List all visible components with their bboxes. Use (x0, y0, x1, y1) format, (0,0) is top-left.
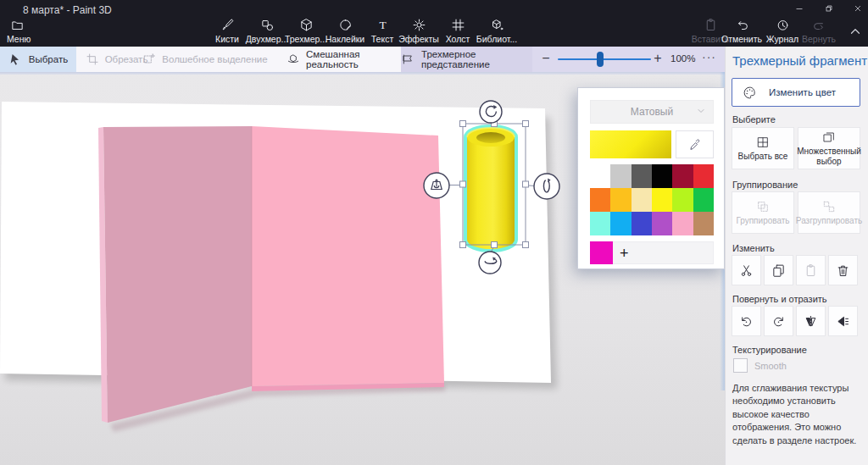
custom-swatch[interactable] (590, 241, 613, 264)
palette-icon (743, 86, 757, 100)
tool-label: Холст (446, 34, 470, 44)
3d-cube-icon (299, 18, 314, 32)
mixed-reality-button[interactable]: Смешанная реальность (287, 47, 401, 72)
menu-label: Меню (7, 34, 31, 44)
tool-label: Отменить (721, 34, 762, 44)
viewport-top-border (0, 72, 725, 75)
color-swatch[interactable] (672, 188, 693, 212)
resize-handle[interactable] (460, 242, 466, 248)
more-options-button[interactable]: ··· (702, 50, 716, 64)
sun-effects-icon (412, 18, 426, 32)
color-swatch[interactable] (693, 188, 714, 212)
tool-library[interactable]: Библиот... (471, 18, 522, 44)
delete-button[interactable] (828, 255, 858, 285)
multi-select-label: Множественный выбор (797, 147, 861, 166)
zoom-in-button[interactable]: + (649, 50, 666, 67)
color-swatch[interactable] (590, 188, 610, 212)
library-icon (490, 18, 504, 32)
multi-select-icon (822, 130, 836, 144)
section-select: Выберите (732, 114, 776, 125)
canvas-frame-icon (451, 18, 465, 32)
color-swatch[interactable] (590, 212, 610, 235)
resize-handle[interactable] (460, 121, 466, 127)
zoom-slider-handle[interactable] (597, 52, 604, 67)
select-all-button[interactable]: Выбрать все (732, 127, 794, 169)
color-swatch[interactable] (693, 212, 714, 235)
card-left-panel[interactable] (103, 126, 252, 423)
chevron-down-icon (696, 106, 706, 119)
color-swatch[interactable] (632, 164, 652, 188)
resize-handle[interactable] (492, 242, 498, 248)
color-swatch[interactable] (652, 164, 672, 188)
color-swatch[interactable] (632, 188, 652, 212)
restore-icon (824, 3, 834, 14)
brush-icon (220, 18, 235, 32)
copy-button[interactable] (764, 255, 793, 285)
color-swatch[interactable] (652, 212, 672, 235)
sticker-icon (338, 18, 353, 32)
menu-icon (10, 18, 25, 32)
group-icon (756, 200, 770, 213)
paste-button (796, 255, 826, 285)
color-swatch[interactable] (610, 164, 631, 188)
scissors-icon (739, 263, 754, 278)
close-button[interactable] (845, 0, 868, 16)
flip-horizontal-button[interactable] (796, 306, 826, 336)
rotate-z-handle[interactable] (480, 101, 502, 123)
window-title: 8 марта* - Paint 3D (23, 4, 112, 16)
color-swatch[interactable] (672, 212, 693, 235)
text-icon: T (376, 18, 390, 32)
resize-handle[interactable] (523, 121, 529, 127)
section-grouping: Группирование (732, 180, 798, 190)
tool-label: Наклейки (326, 34, 364, 44)
color-swatch[interactable] (610, 188, 631, 212)
eyedropper-button[interactable] (676, 130, 714, 158)
color-swatch[interactable] (590, 164, 610, 188)
side-panel: Трехмерный фрагмент Изменить цвет Выбери… (725, 47, 868, 465)
rotate-x-handle[interactable] (479, 252, 501, 274)
zoom-out-button[interactable]: − (537, 50, 554, 67)
rotate-y-handle[interactable] (534, 174, 559, 199)
group-label: Группировать (736, 216, 789, 226)
group-button: Группировать (732, 191, 794, 234)
rotate-ccw-icon (739, 314, 754, 329)
restore-button[interactable] (816, 0, 842, 16)
select-label: Выбрать (29, 54, 68, 64)
select-tool-button[interactable]: Выбрать (0, 47, 76, 72)
color-swatch[interactable] (632, 212, 652, 235)
eyedropper-icon (688, 138, 702, 152)
undo-button[interactable]: Отменить (718, 18, 765, 44)
ungroup-button: Разгруппировать (798, 191, 860, 234)
color-swatch[interactable] (652, 188, 672, 212)
view-3d-button[interactable]: Трехмерное представление (401, 47, 532, 72)
color-swatch[interactable] (672, 164, 693, 188)
redo-button: Вернуть (797, 18, 841, 44)
resize-handle[interactable] (523, 242, 529, 248)
flip-horizontal-icon (804, 314, 818, 329)
collapse-ribbon-button[interactable] (848, 24, 863, 39)
rotate-ccw-button[interactable] (732, 306, 761, 336)
flip-vertical-button[interactable] (828, 306, 858, 336)
finish-dropdown[interactable]: Матовый (590, 100, 714, 124)
undo-icon (735, 18, 749, 32)
rotate-cw-button[interactable] (764, 306, 793, 336)
menu-button[interactable]: Меню (7, 18, 31, 44)
color-swatch[interactable] (693, 164, 714, 188)
card-right-panel[interactable] (252, 126, 444, 386)
change-color-button[interactable]: Изменить цвет (732, 78, 860, 107)
add-color-button[interactable]: + (620, 246, 629, 261)
smooth-label: Smooth (754, 361, 787, 371)
tool-label: Вернуть (802, 34, 836, 44)
zoom-slider[interactable] (558, 58, 651, 60)
color-swatch[interactable] (610, 212, 631, 235)
paint3d-window: 8 марта* - Paint 3D Меню Кисти Двухмер..… (0, 0, 868, 465)
cut-button[interactable] (732, 255, 761, 285)
minimize-button[interactable] (787, 0, 812, 16)
resize-handle[interactable] (523, 181, 529, 187)
resize-handle[interactable] (460, 181, 466, 187)
chevron-up-icon (848, 24, 863, 39)
smooth-checkbox[interactable] (733, 358, 748, 373)
tool-options-ribbon: Выбрать Обрезать Волшебное выделение Сме… (0, 47, 725, 72)
cylinder-body[interactable] (467, 137, 515, 249)
multi-select-button[interactable]: Множественный выбор (798, 127, 860, 169)
